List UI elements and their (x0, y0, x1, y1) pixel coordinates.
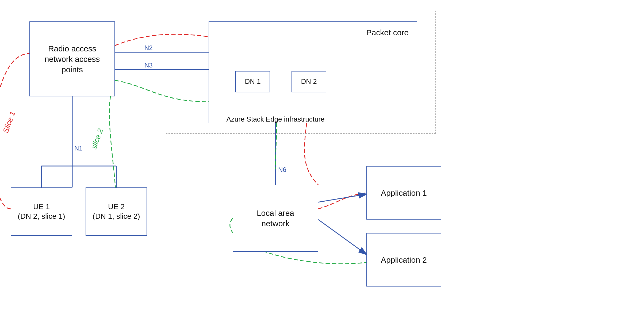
lan-label: Local area network (257, 208, 294, 229)
azure-stack-edge-label: Azure Stack Edge infrastructure (209, 115, 342, 123)
ue2-label: UE 2 (DN 1, slice 2) (93, 202, 140, 221)
n1-label: N1 (74, 145, 83, 152)
packet-core-label: Packet core (366, 27, 409, 38)
svg-line-8 (318, 220, 366, 254)
ue1-label: UE 1 (DN 2, slice 1) (18, 202, 65, 221)
app2-label: Application 2 (381, 255, 427, 265)
svg-line-7 (318, 194, 366, 202)
ran-label: Radio access network access points (45, 43, 100, 75)
ran-box: Radio access network access points (29, 21, 115, 96)
lan-box: Local area network (233, 185, 318, 252)
n6-label: N6 (278, 166, 286, 174)
app1-label: Application 1 (381, 188, 427, 198)
n3-label: N3 (144, 62, 153, 69)
ue2-box: UE 2 (DN 1, slice 2) (86, 187, 147, 236)
dn2-box: DN 2 (292, 71, 326, 92)
app1-box: Application 1 (366, 166, 441, 220)
dn1-label: DN 1 (245, 77, 260, 86)
dn2-label: DN 2 (301, 77, 317, 86)
n2-label: N2 (144, 44, 153, 52)
ue1-box: UE 1 (DN 2, slice 1) (11, 187, 72, 236)
dn1-box: DN 1 (235, 71, 270, 92)
app2-box: Application 2 (366, 233, 441, 287)
